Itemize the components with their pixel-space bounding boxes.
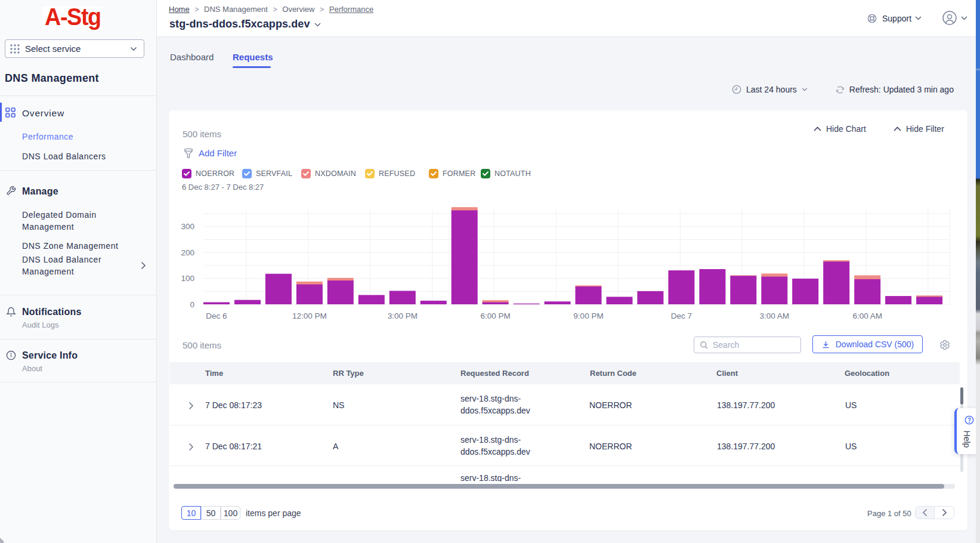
svg-text:6:00 PM: 6:00 PM <box>480 311 510 320</box>
svg-text:200: 200 <box>181 248 194 257</box>
svg-text:Dec 7: Dec 7 <box>671 311 692 320</box>
svg-text:12:00 PM: 12:00 PM <box>292 311 327 320</box>
svg-text:3:00 PM: 3:00 PM <box>388 311 418 320</box>
svg-text:100: 100 <box>181 274 194 283</box>
svg-text:6:00 AM: 6:00 AM <box>852 311 882 320</box>
svg-text:300: 300 <box>181 222 194 231</box>
svg-text:0: 0 <box>190 300 194 309</box>
svg-text:3:00 AM: 3:00 AM <box>760 311 790 320</box>
svg-text:9:00 PM: 9:00 PM <box>573 311 603 320</box>
svg-text:Dec 6: Dec 6 <box>206 311 227 320</box>
